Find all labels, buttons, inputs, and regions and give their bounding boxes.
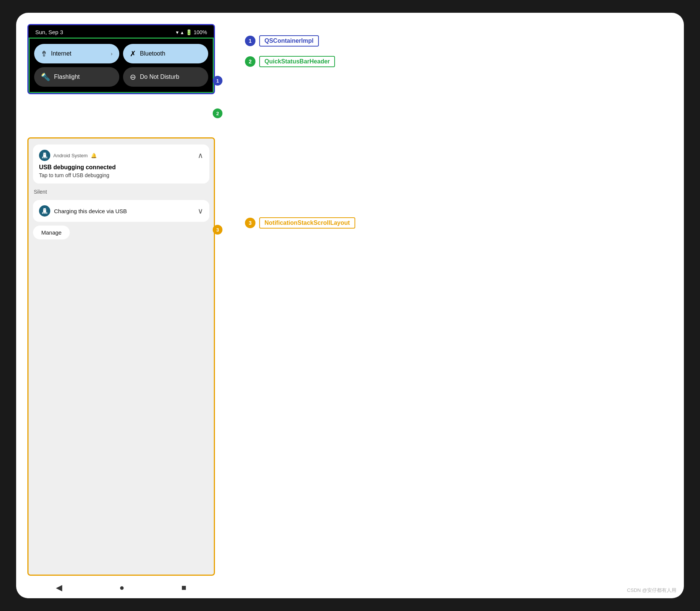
notif-expand-icon[interactable]: ∨ (198, 206, 203, 215)
annotations-column: 1 QSContainerImpl 2 QuickStatusBarHeader… (226, 13, 684, 598)
dnd-tile-icon: ⊖ (130, 72, 136, 81)
wifi-tile-icon: ⇮ (41, 49, 47, 58)
notif-charge-title: Charging this device via USB (54, 208, 127, 214)
android-system-icon-2 (39, 205, 50, 217)
section-label-silent: Silent (33, 187, 209, 196)
annotation-label-quick-header: QuickStatusBarHeader (259, 56, 335, 67)
manage-button[interactable]: Manage (33, 226, 70, 239)
qs-tile-internet-label: Internet (51, 50, 107, 57)
qs-tile-bluetooth-label: Bluetooth (140, 50, 201, 57)
bluetooth-tile-icon: ✗ (130, 49, 136, 58)
qs-tile-internet[interactable]: ⇮ Internet › (34, 44, 119, 63)
notif-app-row: Android System 🔔 (39, 150, 97, 161)
annotation-label-qs-container: QSContainerImpl (259, 35, 319, 47)
battery-icon: 🔋 100% (186, 29, 207, 35)
notification-inner: Android System 🔔 ∧ USB debugging connect… (29, 138, 214, 245)
qs-tile-dnd[interactable]: ⊖ Do Not Disturb (123, 67, 208, 87)
phone-column: 1 2 3 Sun, Sep 3 ▾ ▴ 🔋 100% ⇮ (16, 13, 226, 598)
qs-tile-dnd-label: Do Not Disturb (140, 74, 201, 80)
notif-header-usb-debug: Android System 🔔 ∧ (39, 150, 203, 161)
home-button[interactable]: ● (119, 583, 124, 593)
quick-status-bar-header: ⇮ Internet › ✗ Bluetooth 🔦 Flashlight (29, 38, 214, 93)
status-bar: Sun, Sep 3 ▾ ▴ 🔋 100% (29, 25, 214, 38)
notification-stack-scroll-layout: Android System 🔔 ∧ USB debugging connect… (27, 137, 215, 576)
wifi-icon: ▾ (176, 29, 179, 35)
status-icons: ▾ ▴ 🔋 100% (176, 29, 207, 35)
qs-tile-flashlight-label: Flashlight (54, 74, 113, 80)
signal-icon: ▴ (181, 29, 183, 35)
flashlight-tile-icon: 🔦 (41, 72, 50, 81)
notif-collapse-icon[interactable]: ∧ (198, 151, 203, 160)
qs-container: Sun, Sep 3 ▾ ▴ 🔋 100% ⇮ Internet › (27, 24, 215, 94)
annotation-3: 3 NotificationStackScrollLayout (245, 217, 355, 229)
notif-charge-row: Charging this device via USB ∨ (39, 205, 203, 217)
bottom-nav-bar: ◀ ● ■ (27, 577, 215, 598)
qs-tile-bluetooth[interactable]: ✗ Bluetooth (123, 44, 208, 63)
badge-label-1: 1 (245, 36, 255, 46)
annotation-1: 1 QSContainerImpl (245, 35, 319, 47)
badge-1: 1 (213, 76, 222, 86)
back-button[interactable]: ◀ (56, 583, 62, 593)
qs-tiles-grid: ⇮ Internet › ✗ Bluetooth 🔦 Flashlight (34, 44, 208, 87)
outer-card: 1 2 3 Sun, Sep 3 ▾ ▴ 🔋 100% ⇮ (16, 13, 684, 598)
annotation-2: 2 QuickStatusBarHeader (245, 56, 335, 67)
notif-bell-icon: 🔔 (91, 153, 97, 158)
notif-charge-left: Charging this device via USB (39, 205, 194, 217)
internet-chevron-icon: › (111, 51, 113, 57)
badge-label-2: 2 (245, 56, 255, 67)
android-system-icon (39, 150, 50, 161)
status-time: Sun, Sep 3 (35, 29, 63, 35)
notif-card-usb-debug[interactable]: Android System 🔔 ∧ USB debugging connect… (33, 144, 209, 184)
watermark: CSDN @安仔都有人用 (627, 587, 676, 594)
notif-usb-debug-subtitle: Tap to turn off USB debugging (39, 172, 203, 178)
qs-tile-flashlight[interactable]: 🔦 Flashlight (34, 67, 119, 87)
notif-card-usb-charge[interactable]: Charging this device via USB ∨ (33, 200, 209, 222)
annotation-label-notification-scroll: NotificationStackScrollLayout (259, 217, 355, 229)
notif-usb-debug-title: USB debugging connected (39, 164, 203, 171)
badge-label-3: 3 (245, 218, 255, 228)
badge-2: 2 (213, 108, 222, 118)
notif-app-name: Android System (53, 153, 88, 158)
badge-3: 3 (213, 225, 222, 235)
recents-button[interactable]: ■ (182, 583, 186, 593)
